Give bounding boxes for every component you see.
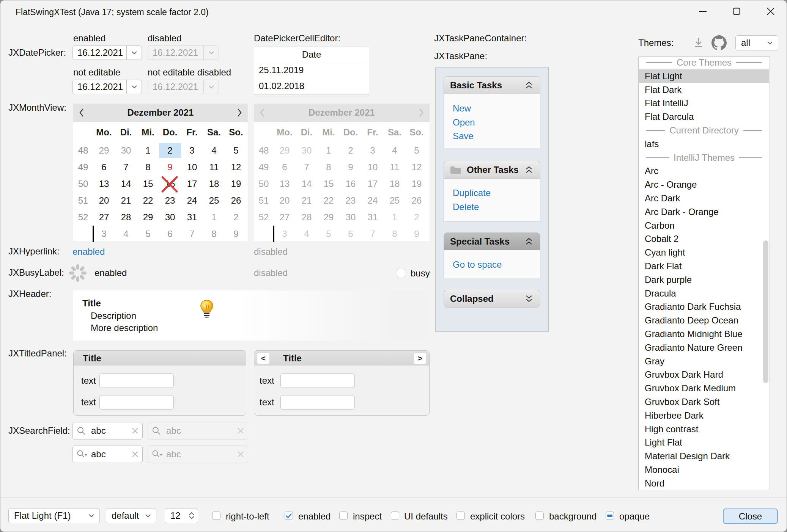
calendar-day[interactable]: 27: [93, 209, 115, 226]
calendar-day[interactable]: 4: [115, 226, 137, 242]
calendar-day[interactable]: 1: [137, 142, 159, 159]
calendar-day[interactable]: 15: [318, 176, 340, 192]
theme-list-item[interactable]: Dracula: [639, 287, 769, 300]
theme-list-item[interactable]: Gruvbox Dark Medium: [639, 381, 769, 395]
calendar-day[interactable]: 25: [203, 192, 225, 209]
busy-checkbox-label[interactable]: busy: [411, 268, 430, 279]
checkbox-right-to-left[interactable]: [212, 512, 220, 520]
close-button[interactable]: Close: [723, 508, 778, 524]
themes-list[interactable]: Core ThemesFlat LightFlat DarkFlat Intel…: [638, 56, 770, 490]
checkbox-label[interactable]: inspect: [353, 511, 382, 522]
calendar-day[interactable]: 27: [274, 209, 296, 226]
theme-list-item[interactable]: Flat IntelliJ: [639, 96, 769, 110]
taskpane-collapsed-header[interactable]: Collapsed: [444, 290, 540, 308]
font-size-value[interactable]: 12: [165, 508, 185, 523]
calendar-day[interactable]: 29: [318, 209, 340, 226]
theme-list-item[interactable]: Flat Darcula: [639, 110, 769, 124]
calendar-day[interactable]: 29: [274, 142, 296, 159]
calendar-day[interactable]: 2: [225, 209, 247, 226]
taskpane-link-duplicate[interactable]: Duplicate: [453, 188, 491, 198]
calendar-day[interactable]: 8: [137, 159, 159, 176]
checkbox-opaque[interactable]: [606, 512, 614, 520]
theme-list-item[interactable]: Gradianto Midnight Blue: [639, 327, 769, 341]
checkbox-label[interactable]: enabled: [298, 511, 331, 522]
calendar-day[interactable]: 21: [115, 192, 137, 209]
collapse-icon[interactable]: [524, 81, 534, 89]
calendar-day[interactable]: 2: [406, 209, 428, 226]
calendar-day[interactable]: 10: [362, 159, 384, 176]
checkbox-label[interactable]: background: [549, 511, 597, 522]
text-field[interactable]: [280, 395, 355, 410]
taskpane-link-delete[interactable]: Delete: [453, 202, 479, 212]
text-field[interactable]: [99, 373, 174, 388]
calendar-day[interactable]: 6: [274, 159, 296, 176]
theme-list-item[interactable]: Hiberbee Dark: [639, 409, 769, 422]
calendar-day[interactable]: 2: [159, 142, 181, 159]
datepicker-value[interactable]: 16.12.2021: [73, 47, 126, 58]
calendar-day[interactable]: 23: [340, 192, 362, 209]
taskpane-special-tasks-header[interactable]: Special Tasks: [444, 232, 540, 250]
maximize-button[interactable]: [726, 2, 748, 20]
calendar-day[interactable]: 31: [181, 209, 203, 226]
calendar-day[interactable]: 10: [181, 159, 203, 176]
theme-list-item[interactable]: Arc - Orange: [639, 178, 769, 191]
theme-list-item[interactable]: Arc: [639, 164, 769, 178]
titledpanel-left-button[interactable]: <: [257, 352, 270, 364]
datepicker-noteditable[interactable]: 16.12.2021: [72, 80, 142, 94]
calendar-day[interactable]: 26: [406, 192, 428, 209]
theme-list-item[interactable]: Nord: [639, 477, 769, 490]
calendar-day[interactable]: 9: [225, 226, 247, 242]
calendar-day[interactable]: 9: [159, 159, 181, 176]
calendar-day[interactable]: 4: [296, 226, 318, 242]
calendar-day[interactable]: 5: [406, 142, 428, 159]
checkbox-ui-defaults[interactable]: [391, 512, 399, 520]
download-icon[interactable]: [693, 37, 705, 49]
calendar-day[interactable]: 25: [384, 192, 406, 209]
clear-icon[interactable]: [132, 427, 139, 434]
calendar-day[interactable]: 15: [137, 176, 159, 192]
calendar-day[interactable]: 1: [318, 142, 340, 159]
calendar-day[interactable]: 6: [340, 226, 362, 242]
expand-icon[interactable]: [524, 295, 534, 303]
calendar-day[interactable]: 3: [181, 142, 203, 159]
taskpane-basic-tasks-header[interactable]: Basic Tasks: [444, 76, 540, 94]
checkbox-label[interactable]: explicit colors: [470, 511, 525, 522]
titledpanel-right-button[interactable]: >: [414, 352, 427, 364]
calendar-day[interactable]: 30: [159, 209, 181, 226]
calendar-day[interactable]: 1: [384, 209, 406, 226]
calendar-day[interactable]: 3: [362, 142, 384, 159]
checkbox-explicit-colors[interactable]: [456, 512, 465, 520]
calendar-day[interactable]: 2: [340, 142, 362, 159]
calendar-day[interactable]: 20: [274, 192, 296, 209]
calendar-day[interactable]: 16: [340, 176, 362, 192]
minimize-button[interactable]: [692, 2, 714, 20]
table-header-date[interactable]: Date: [254, 47, 369, 62]
close-window-button[interactable]: [760, 2, 782, 20]
calendar-prev-icon[interactable]: [259, 108, 265, 118]
calendar-next-icon[interactable]: [236, 108, 242, 118]
datepicker-enabled[interactable]: 16.12.2021: [72, 46, 142, 60]
calendar-day[interactable]: 7: [115, 159, 137, 176]
clear-icon[interactable]: [132, 451, 139, 458]
hyperlink-enabled[interactable]: enabled: [72, 246, 105, 257]
checkbox-label[interactable]: UI defaults: [404, 511, 448, 522]
checkbox-inspect[interactable]: [339, 512, 348, 520]
searchfield-enabled[interactable]: [72, 422, 143, 439]
theme-list-item[interactable]: Cobalt 2: [639, 232, 769, 246]
calendar-day[interactable]: 1: [203, 209, 225, 226]
calendar-day[interactable]: 26: [225, 192, 247, 209]
calendar-day[interactable]: 28: [115, 209, 137, 226]
calendar-day[interactable]: 14: [296, 176, 318, 192]
calendar-day[interactable]: 6: [159, 226, 181, 242]
calendar-day[interactable]: 16: [159, 176, 181, 192]
theme-list-item[interactable]: Dark purple: [639, 273, 769, 287]
calendar-day[interactable]: 21: [296, 192, 318, 209]
calendar-day[interactable]: 7: [362, 226, 384, 242]
theme-list-item[interactable]: Light Flat: [639, 436, 769, 449]
calendar-day[interactable]: 20: [93, 192, 115, 209]
calendar-day[interactable]: 5: [137, 226, 159, 242]
searchfield-dropdown-enabled[interactable]: [72, 446, 143, 463]
taskpane-link-save[interactable]: Save: [453, 131, 474, 141]
calendar-day[interactable]: 9: [340, 159, 362, 176]
theme-list-item[interactable]: Cyan light: [639, 246, 769, 259]
